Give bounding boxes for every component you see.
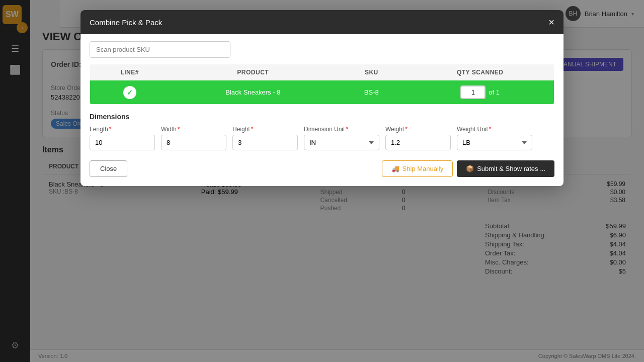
height-field: Height* <box>232 126 298 150</box>
modal-col-qty: QTY SCANNED <box>406 64 554 81</box>
width-label: Width* <box>161 126 226 133</box>
height-input[interactable] <box>232 135 298 150</box>
row-product-cell: Black Sneakers - 8 <box>169 80 337 105</box>
dimension-unit-label: Dimension Unit* <box>304 126 379 133</box>
qty-scanned-input[interactable] <box>460 85 486 99</box>
dimensions-section: Dimensions Length* Width* <box>90 113 554 150</box>
modal-col-sku: SKU <box>337 64 406 81</box>
modal-footer: Close 🚚 Ship Manually 📦 Submit & Show ra… <box>90 158 554 177</box>
qty-of-label: of 1 <box>489 88 500 96</box>
length-label: Length* <box>90 126 155 133</box>
modal-title: Combine Pick & Pack <box>90 18 162 27</box>
dimension-unit-select[interactable]: IN CM <box>304 135 379 150</box>
modal-header: Combine Pick & Pack × <box>80 10 564 34</box>
length-field: Length* <box>90 126 155 150</box>
weight-unit-label: Weight Unit* <box>457 126 532 133</box>
dimension-unit-field: Dimension Unit* IN CM <box>304 126 379 150</box>
row-sku-cell: BS-8 <box>337 80 406 105</box>
width-field: Width* <box>161 126 226 150</box>
submit-show-rates-button[interactable]: 📦 Submit & Show rates ... <box>457 160 554 177</box>
modal-close-button[interactable]: × <box>548 17 554 27</box>
row-check-cell: ✓ <box>90 80 170 105</box>
close-modal-button[interactable]: Close <box>90 160 127 177</box>
weight-label: Weight* <box>385 126 451 133</box>
modal-body: LINE# PRODUCT SKU QTY SCANNED ✓ Black Sn… <box>80 34 564 186</box>
modal-dialog: Combine Pick & Pack × LINE# PRODUCT SKU … <box>80 10 564 186</box>
modal-col-line: LINE# <box>90 64 170 81</box>
modal-overlay: Combine Pick & Pack × LINE# PRODUCT SKU … <box>0 0 644 362</box>
row-qty-cell: of 1 <box>406 80 554 105</box>
ship-manually-button[interactable]: 🚚 Ship Manually <box>382 160 453 177</box>
weight-field: Weight* <box>385 126 451 150</box>
package-icon: 📦 <box>466 165 474 172</box>
truck-icon: 🚚 <box>391 165 399 172</box>
dimensions-title: Dimensions <box>90 113 554 121</box>
width-input[interactable] <box>161 135 226 150</box>
scan-input[interactable] <box>90 41 230 58</box>
check-circle-icon: ✓ <box>123 86 136 99</box>
weight-unit-select[interactable]: LB KG OZ <box>457 135 532 150</box>
height-label: Height* <box>232 126 298 133</box>
modal-table: LINE# PRODUCT SKU QTY SCANNED ✓ Black Sn… <box>90 64 554 105</box>
length-input[interactable] <box>90 135 155 150</box>
modal-table-row: ✓ Black Sneakers - 8 BS-8 of 1 <box>90 80 554 105</box>
modal-col-product: PRODUCT <box>169 64 337 81</box>
weight-unit-field: Weight Unit* LB KG OZ <box>457 126 532 150</box>
weight-input[interactable] <box>385 135 451 150</box>
